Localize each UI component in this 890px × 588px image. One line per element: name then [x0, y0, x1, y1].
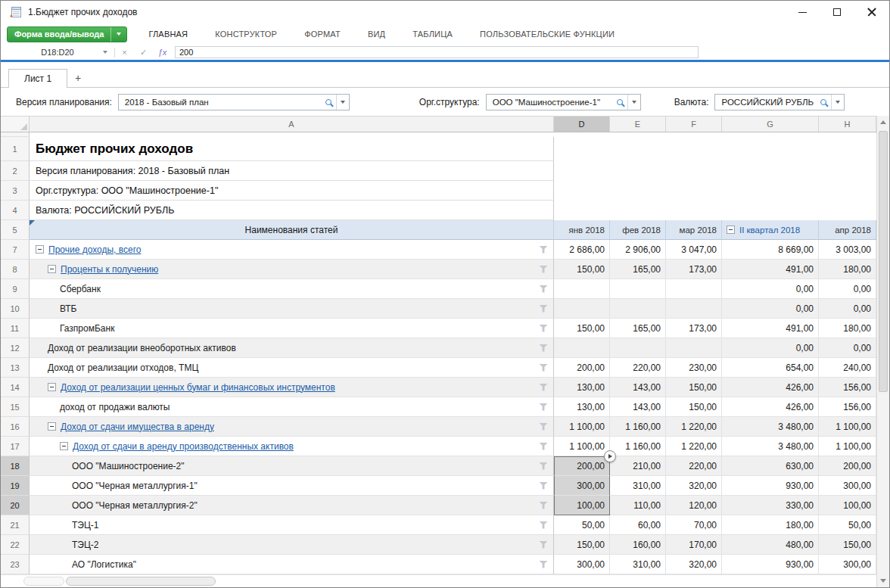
- cell-D9[interactable]: [554, 279, 610, 299]
- formula-input[interactable]: 200: [175, 46, 699, 58]
- statement-name-17[interactable]: Доход от сдачи в аренду производственных…: [73, 441, 294, 452]
- cell-D23[interactable]: 300,00: [554, 555, 610, 574]
- io-mode-button[interactable]: Форма ввода/вывода: [7, 26, 127, 42]
- cell-H7[interactable]: 3 003,00: [819, 240, 876, 260]
- cell-G12[interactable]: 0,00: [722, 338, 819, 358]
- row-header-23[interactable]: 23: [1, 555, 30, 574]
- cell-G23[interactable]: 930,00: [722, 555, 819, 574]
- ribbon-tab-4[interactable]: ВИД: [368, 30, 385, 39]
- filter-icon[interactable]: [539, 305, 548, 313]
- cell-G14[interactable]: 426,00: [722, 378, 819, 397]
- cell-H15[interactable]: 156,00: [819, 397, 876, 417]
- row-header-4[interactable]: 4: [1, 201, 30, 220]
- cell-G8[interactable]: 491,00: [722, 260, 819, 279]
- cell-H10[interactable]: 0,00: [819, 299, 876, 319]
- row-header-2[interactable]: 2: [1, 161, 30, 181]
- row-header-5[interactable]: 5: [1, 220, 30, 240]
- row-header-14[interactable]: 14: [1, 378, 30, 397]
- filter-icon[interactable]: [539, 246, 548, 254]
- cell-G16[interactable]: 3 480,00: [722, 417, 819, 437]
- row-header-3[interactable]: 3: [1, 181, 30, 201]
- minimize-button[interactable]: [785, 1, 820, 23]
- cell-G22[interactable]: 480,00: [722, 535, 819, 555]
- statement-name-cell-23[interactable]: АО "Логистика": [30, 555, 554, 574]
- cell-D10[interactable]: [554, 299, 610, 319]
- cell-H8[interactable]: 180,00: [819, 260, 876, 279]
- cell-G21[interactable]: 180,00: [722, 515, 819, 535]
- filter-combo-2[interactable]: ООО "Машиностроение-1": [486, 94, 641, 110]
- statement-name-cell-21[interactable]: ТЭЦ-1: [30, 515, 554, 535]
- cell-E12[interactable]: [610, 338, 666, 358]
- cell-D14[interactable]: 130,00: [554, 378, 610, 397]
- info-cell-4[interactable]: Валюта: РОССИЙСКИЙ РУБЛЬ: [30, 201, 554, 220]
- row-header-13[interactable]: 13: [1, 358, 30, 378]
- info-cell-2[interactable]: Версия планирования: 2018 - Базовый план: [30, 161, 554, 181]
- filter-icon[interactable]: [539, 541, 548, 549]
- statement-name-cell-20[interactable]: ООО "Черная металлургия-2": [30, 496, 554, 515]
- statement-name-cell-8[interactable]: Проценты к получению: [30, 260, 554, 279]
- horizontal-scroll-thumb[interactable]: [66, 577, 216, 586]
- cell-H20[interactable]: 100,00: [819, 496, 876, 515]
- filter-icon[interactable]: [539, 502, 548, 509]
- fill-handle[interactable]: [604, 450, 616, 462]
- period-header-D[interactable]: янв 2018: [554, 220, 610, 240]
- row-header-7[interactable]: 7: [1, 240, 30, 260]
- statement-name-cell-19[interactable]: ООО "Черная металлургия-1": [30, 476, 554, 496]
- statement-name-cell-13[interactable]: Доход от реализации отходов, ТМЦ: [30, 358, 554, 378]
- cell-F11[interactable]: 173,00: [666, 319, 722, 338]
- period-header-G[interactable]: II квартал 2018: [722, 220, 819, 240]
- cell-E8[interactable]: 165,00: [610, 260, 666, 279]
- cell-F13[interactable]: 230,00: [666, 358, 722, 378]
- cell-F9[interactable]: [666, 279, 722, 299]
- dropdown-button-3[interactable]: [831, 95, 844, 110]
- cell-E23[interactable]: 310,00: [610, 555, 666, 574]
- cell-G20[interactable]: 330,00: [722, 496, 819, 515]
- cell-F14[interactable]: 150,00: [666, 378, 722, 397]
- cell-E7[interactable]: 2 906,00: [610, 240, 666, 260]
- row-header-21[interactable]: 21: [1, 515, 30, 535]
- cell-F15[interactable]: 150,00: [666, 397, 722, 417]
- row-header-11[interactable]: 11: [1, 319, 30, 338]
- cell-H22[interactable]: 150,00: [819, 535, 876, 555]
- period-header-F[interactable]: мар 2018: [666, 220, 722, 240]
- cell-F17[interactable]: 1 220,00: [666, 437, 722, 456]
- filter-icon[interactable]: [539, 344, 548, 352]
- column-header-G[interactable]: G: [722, 117, 819, 132]
- statement-name-cell-16[interactable]: Доход от сдачи имущества в аренду: [30, 417, 554, 437]
- cell-H21[interactable]: 50,00: [819, 515, 876, 535]
- filter-icon[interactable]: [539, 482, 548, 490]
- cell-D16[interactable]: 1 100,00: [554, 417, 610, 437]
- filter-icon[interactable]: [539, 443, 548, 450]
- cell-D21[interactable]: 50,00: [554, 515, 610, 535]
- cell-F20[interactable]: 120,00: [666, 496, 722, 515]
- statement-name-cell-12[interactable]: Доход от реализации внеоборотных активов: [30, 338, 554, 358]
- column-header-F[interactable]: F: [666, 117, 722, 132]
- cell-E10[interactable]: [610, 299, 666, 319]
- cell-E18[interactable]: 210,00: [610, 456, 666, 476]
- cell-G7[interactable]: 8 669,00: [722, 240, 819, 260]
- sheet-tab-1[interactable]: Лист 1: [8, 69, 67, 88]
- cell-H11[interactable]: 180,00: [819, 319, 876, 338]
- collapse-icon[interactable]: [48, 422, 56, 431]
- cell-G13[interactable]: 654,00: [722, 358, 819, 378]
- cell-H9[interactable]: 0,00: [819, 279, 876, 299]
- statement-name-cell-17[interactable]: Доход от сдачи в аренду производственных…: [30, 437, 554, 456]
- cell-F22[interactable]: 170,00: [666, 535, 722, 555]
- info-cell-1[interactable]: Бюджет прочих доходов: [30, 137, 554, 161]
- dropdown-button-1[interactable]: [336, 95, 349, 110]
- search-icon[interactable]: [816, 95, 831, 110]
- statement-name-cell-14[interactable]: Доход от реализации ценных бумаг и финан…: [30, 378, 554, 397]
- cell-F23[interactable]: 320,00: [666, 555, 722, 574]
- cell-G10[interactable]: 0,00: [722, 299, 819, 319]
- cell-G18[interactable]: 630,00: [722, 456, 819, 476]
- filter-combo-3[interactable]: РОССИЙСКИЙ РУБЛЬ: [714, 94, 845, 110]
- cell-H12[interactable]: 0,00: [819, 338, 876, 358]
- row-header-22[interactable]: 22: [1, 535, 30, 555]
- cell-H17[interactable]: 1 100,00: [819, 437, 876, 456]
- cell-H23[interactable]: 300,00: [819, 555, 876, 574]
- cell-E22[interactable]: 160,00: [610, 535, 666, 555]
- close-button[interactable]: [854, 1, 889, 23]
- ribbon-tab-3[interactable]: ФОРМАТ: [304, 30, 341, 39]
- vertical-scroll-thumb[interactable]: [879, 131, 888, 392]
- cell-G15[interactable]: 426,00: [722, 397, 819, 417]
